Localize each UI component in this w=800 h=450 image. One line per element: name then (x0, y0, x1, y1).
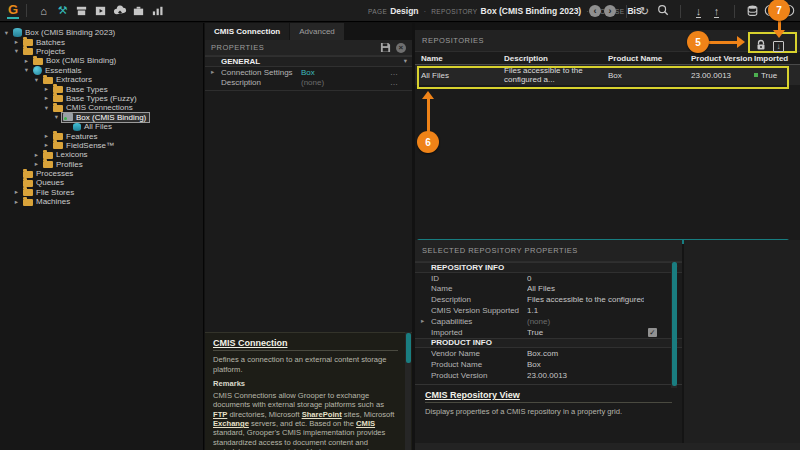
lock-icon[interactable] (755, 37, 767, 55)
property-grid-scrollbar[interactable] (671, 262, 677, 388)
column-header[interactable]: Product Name (608, 54, 691, 63)
nav-back-icon[interactable]: ‹ (589, 5, 601, 17)
bottom-scrollbar-track[interactable] (415, 443, 800, 450)
jobs-icon[interactable] (130, 3, 147, 19)
property-row[interactable]: ▸ Capabilities (none) (415, 316, 682, 327)
property-label: GENERAL (221, 57, 374, 66)
tab[interactable]: Advanced (290, 23, 345, 40)
save-icon[interactable] (380, 42, 391, 53)
meta-value: Box (CMIS Binding 2023) (481, 6, 582, 16)
expand-arrow[interactable]: ▾ (12, 47, 21, 55)
tree-item[interactable]: ▾ Essentials (0, 66, 203, 75)
repository-row[interactable]: All Files Files accessible to the config… (415, 65, 800, 85)
property-row[interactable]: CMIS Version Supported 1.1 (415, 305, 682, 316)
expand-arrow[interactable]: ▸ (12, 188, 21, 196)
import-icon[interactable]: ↓ (773, 41, 784, 52)
download-icon[interactable]: ↓ (691, 5, 706, 17)
grooper-logo[interactable]: G (7, 3, 19, 19)
property-value[interactable]: Box (301, 68, 374, 77)
expand-arrow[interactable]: ▸ (12, 198, 21, 206)
property-row[interactable]: Name All Files (415, 284, 682, 295)
imported-checkbox[interactable] (644, 328, 657, 337)
property-value[interactable]: Box.com (527, 349, 644, 358)
upload-icon[interactable]: ↑ (709, 5, 724, 17)
stats-icon[interactable] (149, 3, 166, 19)
group-chevron[interactable]: ▾ (398, 57, 407, 65)
expand-arrow[interactable]: ▸ (42, 132, 51, 140)
expand-arrow[interactable]: ▸ (32, 160, 41, 168)
property-value[interactable]: Files accessible to the configured... (527, 295, 644, 304)
row-expander[interactable]: ▸ (421, 317, 431, 325)
ellipsis-button[interactable]: … (387, 78, 398, 87)
help-scrollbar[interactable] (405, 332, 411, 450)
property-value[interactable]: 23.00.0013 (527, 371, 644, 380)
expand-arrow[interactable]: ▸ (12, 38, 21, 46)
expand-arrow[interactable]: ▾ (32, 76, 41, 84)
selected-repository-title: SELECTED REPOSITORY PROPERTIES (422, 246, 578, 255)
expand-arrow[interactable]: ▸ (42, 94, 51, 102)
property-value[interactable]: All Files (527, 284, 644, 293)
property-value[interactable]: (none) (527, 317, 644, 326)
expand-arrow[interactable]: ▸ (42, 85, 51, 93)
folder-icon (53, 95, 63, 102)
property-value[interactable]: (none) (301, 78, 374, 87)
column-header[interactable]: Product Version (691, 54, 754, 63)
property-label: CMIS Version Supported (431, 306, 527, 315)
tree-item[interactable]: ▸ Lexicons (0, 150, 203, 159)
property-row[interactable]: Imported True (415, 327, 682, 338)
property-row[interactable]: GENERAL ▾ (205, 56, 412, 67)
meta-value: Design (390, 6, 418, 16)
tab[interactable]: CMIS Connection (205, 23, 290, 40)
property-row[interactable]: Vendor Name Box.com (415, 348, 682, 359)
property-row[interactable]: REPOSITORY INFO ▾ (415, 262, 682, 273)
property-value[interactable]: 1.1 (527, 306, 644, 315)
property-row[interactable]: Product Name Box (415, 359, 682, 370)
property-row[interactable]: Product Version 23.00.0013 (415, 370, 682, 381)
expand-arrow[interactable]: ▸ (42, 141, 51, 149)
property-value[interactable]: Box (527, 360, 644, 369)
property-value[interactable]: True (527, 328, 644, 337)
tree-item[interactable]: ▸ Batches (0, 37, 203, 46)
refresh-icon[interactable]: ↻ (637, 5, 652, 18)
property-row[interactable]: Description (none) … (205, 78, 412, 89)
expand-arrow[interactable]: ▾ (22, 66, 31, 74)
tree-item[interactable]: ▸ FieldSense™ (0, 141, 203, 150)
property-row[interactable]: ID 0 (415, 273, 682, 284)
callout-badge-6: 6 (417, 131, 439, 153)
expand-arrow[interactable]: ▾ (42, 104, 51, 112)
tree-item[interactable]: ▸ Machines (0, 197, 203, 206)
meta-label: PAGE (368, 8, 387, 15)
column-header[interactable]: Description (504, 54, 608, 63)
navigation-tree: ▾ Box (CMIS Binding 2023) ▸ Batches ▾ (0, 23, 203, 206)
search-icon[interactable] (655, 4, 670, 18)
ellipsis-button[interactable]: … (387, 68, 398, 77)
repositories-title: REPOSITORIES (422, 36, 484, 45)
expand-arrow[interactable]: ▸ (22, 57, 31, 65)
callout-badge-5: 5 (687, 31, 709, 53)
divider (213, 350, 398, 351)
property-row[interactable]: PRODUCT INFO ▾ (415, 338, 682, 349)
batch-process-icon[interactable] (92, 3, 109, 19)
property-row[interactable]: ▸ Connection Settings Box … (205, 67, 412, 78)
column-header[interactable]: Name (421, 54, 504, 63)
tree-item[interactable]: Queues (0, 178, 203, 187)
tree-item[interactable]: Processes (0, 169, 203, 178)
expand-arrow[interactable]: ▾ (52, 113, 61, 121)
property-value[interactable]: 0 (527, 274, 644, 283)
nav-forward-icon[interactable]: › (604, 5, 616, 17)
cancel-icon[interactable]: × (396, 43, 406, 53)
cell-product-name: Box (608, 71, 691, 80)
property-label: Description (221, 78, 301, 87)
design-tools-icon[interactable]: ⚒ (54, 3, 71, 19)
batches-icon[interactable] (73, 3, 90, 19)
property-row[interactable]: Description Files accessible to the conf… (415, 294, 682, 305)
database-icon[interactable] (745, 4, 760, 19)
home-icon[interactable]: ⌂ (35, 3, 52, 19)
cloud-upload-icon[interactable] (111, 3, 128, 19)
tree-item[interactable]: ▸ File Stores (0, 188, 203, 197)
expand-arrow[interactable]: ▸ (32, 151, 41, 159)
row-expander[interactable]: ▸ (211, 68, 221, 76)
folder-icon (23, 189, 33, 196)
expand-arrow[interactable]: ▾ (2, 29, 11, 37)
cell-name: All Files (421, 71, 504, 80)
